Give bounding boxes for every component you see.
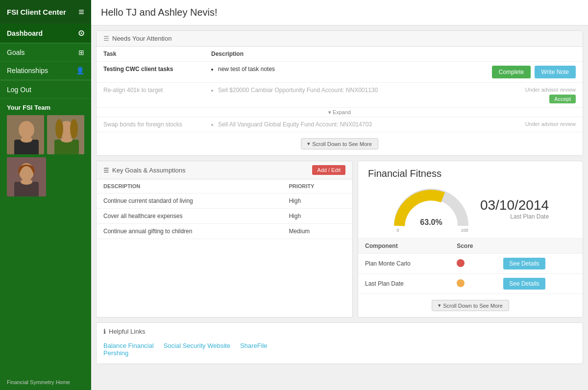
fitness-score-table: Component Score Plan Monte Carlo See Det… (358, 238, 583, 294)
col-description: Description (204, 47, 450, 62)
under-review-label: Under advisor review (457, 87, 576, 93)
fitness-scroll-btn[interactable]: ▾ Scroll Down to See More (432, 300, 509, 311)
task-desc-1: new test of task notes (204, 62, 450, 83)
main-header: Hello TJ and Ashley Nevis! (91, 0, 588, 25)
goals-row: Continue annual gifting to children Medi… (97, 224, 352, 239)
score-dot-red (457, 259, 465, 267)
attention-scroll-btn[interactable]: ▾ Scroll Down to See More (301, 138, 378, 149)
svg-text:100: 100 (461, 228, 468, 233)
task-desc-2: Sell $20000 Cambiar Opportunity Fund Acc… (204, 83, 450, 108)
fitness-component-2: Last Plan Date (358, 274, 450, 294)
add-edit-button[interactable]: Add / Edit (312, 165, 345, 175)
sidebar-item-relationships[interactable]: Relationships 👤 (0, 62, 91, 80)
svg-point-3 (21, 137, 32, 143)
under-review-label-2: Under advisor review (457, 121, 576, 127)
gauge-row: 63.0% 0 100 03/10/2014 Last Plan Date (358, 179, 583, 238)
goals-icon: ⊞ (78, 49, 84, 56)
goals-header-left: ☰ Key Goals & Assumptions (103, 167, 186, 174)
team-photo-row-2 (7, 157, 84, 196)
svg-point-9 (70, 119, 78, 139)
logout-item[interactable]: Log Out (0, 80, 91, 99)
team-photo-3 (7, 157, 46, 196)
goals-section-title: Key Goals & Assumptions (112, 167, 186, 174)
goal-priority-1: High (282, 194, 352, 209)
goals-col-desc: Description (97, 179, 282, 194)
gauge-container: 63.0% 0 100 (392, 184, 470, 233)
team-photo-2 (47, 115, 84, 154)
table-row: Swap bonds for foreign stocks Sell All V… (97, 117, 583, 132)
helpful-links-icon: ℹ (103, 328, 106, 335)
fitness-card: Financial Fitness 63.0% 0 100 (358, 161, 583, 317)
task-name-2: Re-align 401k to target (97, 83, 204, 108)
sidebar-item-dashboard[interactable]: Dashboard ⊙ (0, 24, 91, 43)
sidebar-item-goals[interactable]: Goals ⊞ (0, 44, 91, 62)
goals-table: Description Priority Continue current st… (97, 179, 352, 239)
fitness-scroll-chevron: ▾ (438, 302, 441, 309)
relationships-label: Relationships (7, 67, 48, 74)
fitness-component-1: Plan Monte Carlo (358, 254, 450, 274)
expand-link[interactable]: ▾ Expand (327, 108, 352, 116)
expand-row: ▾ Expand (97, 108, 583, 117)
goal-desc-1: Continue current standard of living (97, 194, 282, 209)
col-task: Task (97, 47, 204, 62)
dashboard-label: Dashboard (7, 29, 43, 37)
task-actions-1: Complete Write Note (450, 62, 583, 83)
sidebar-footer[interactable]: Financial Symmetry Home (0, 374, 91, 390)
helpful-link-2[interactable]: Social Security Website (164, 342, 230, 357)
fitness-title: Financial Fitness (358, 161, 583, 179)
svg-text:0: 0 (396, 228, 399, 233)
score-dot-yellow (457, 279, 465, 287)
sidebar-title: FSI Client Center (7, 8, 66, 16)
goals-label: Goals (7, 49, 25, 56)
main-content: Hello TJ and Ashley Nevis! ☰ Needs Your … (91, 0, 588, 390)
gauge-date-label: Last Plan Date (480, 213, 549, 220)
fitness-score-row: Plan Monte Carlo See Details (358, 254, 583, 274)
svg-point-8 (55, 119, 63, 139)
team-photos-row (7, 115, 84, 154)
table-row: Testing CWC client tasks new test of tas… (97, 62, 583, 83)
see-details-button-1[interactable]: See Details (503, 258, 545, 269)
task-desc-3: Sell All Vanguard Global Equity Fund Acc… (204, 117, 450, 132)
svg-point-7 (61, 137, 73, 143)
footer-label: Financial Symmetry Home (7, 379, 70, 385)
complete-button[interactable]: Complete (492, 66, 531, 78)
goals-row: Cover all healthcare expenses High (97, 209, 352, 224)
hamburger-icon[interactable]: ≡ (78, 6, 84, 18)
fitness-action-2: See Details (496, 274, 583, 294)
svg-point-1 (19, 121, 34, 139)
goal-priority-2: High (282, 209, 352, 224)
team-label: Your FSI Team (7, 104, 84, 111)
helpful-links-title: Helpful Links (109, 328, 145, 335)
helpful-link-3[interactable]: ShareFile (240, 342, 268, 357)
fitness-col-score: Score (450, 239, 496, 254)
fitness-action-1: See Details (496, 254, 583, 274)
task-name-1: Testing CWC client tasks (97, 62, 204, 83)
gauge-date-block: 03/10/2014 Last Plan Date (480, 197, 549, 220)
goals-header: ☰ Key Goals & Assumptions Add / Edit (97, 161, 352, 179)
logout-label: Log Out (7, 86, 31, 94)
svg-point-13 (21, 179, 32, 185)
table-row: Re-align 401k to target Sell $20000 Camb… (97, 83, 583, 108)
relationships-icon: 👤 (76, 67, 84, 74)
write-note-button[interactable]: Write Note (535, 66, 576, 78)
fitness-score-2 (450, 274, 496, 294)
see-details-button-2[interactable]: See Details (503, 278, 545, 290)
helpful-link-1[interactable]: Balance Financial Pershing (103, 342, 154, 357)
fitness-scroll-label: Scroll Down to See More (443, 303, 503, 309)
task-desc-bullet-2: Sell $20000 Cambiar Opportunity Fund Acc… (218, 87, 443, 94)
helpful-links-header: ℹ Helpful Links (103, 328, 576, 335)
col-actions (450, 47, 583, 62)
scroll-chevron: ▾ (307, 141, 310, 147)
fitness-score-1 (450, 254, 496, 274)
task-desc-bullet-3: Sell All Vanguard Global Equity Fund Acc… (218, 121, 443, 128)
page-greeting: Hello TJ and Ashley Nevis! (101, 7, 578, 18)
fitness-col-component: Component (358, 239, 450, 254)
goal-desc-3: Continue annual gifting to children (97, 224, 282, 239)
goal-priority-3: Medium (282, 224, 352, 239)
helpful-links-row: Balance Financial Pershing Social Securi… (103, 340, 576, 359)
gauge-date: 03/10/2014 (480, 197, 549, 213)
goals-row: Continue current standard of living High (97, 194, 352, 209)
goal-desc-2: Cover all healthcare expenses (97, 209, 282, 224)
accept-button[interactable]: Accept (549, 95, 576, 103)
dashboard-icon: ⊙ (78, 28, 84, 38)
